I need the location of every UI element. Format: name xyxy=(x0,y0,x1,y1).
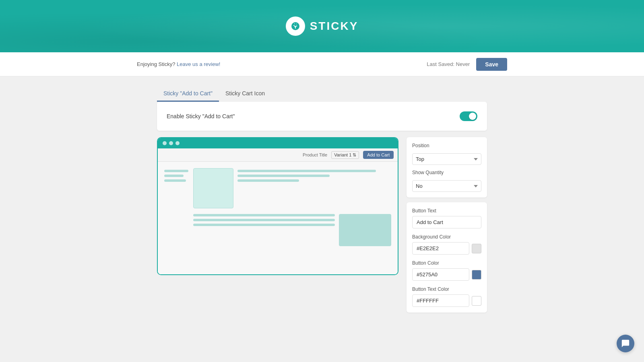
button-text-input[interactable] xyxy=(412,216,481,228)
text-line-1 xyxy=(193,214,335,216)
nav-variant-selector[interactable]: Variant 1 ⇅ xyxy=(331,151,359,159)
text-color-input[interactable] xyxy=(412,294,469,307)
content-row-2 xyxy=(193,214,391,246)
logo-icon xyxy=(286,16,305,36)
toolbar-right: Last Saved: Never Save xyxy=(427,58,507,71)
browser-titlebar xyxy=(158,138,398,148)
button-color-field: Button Color xyxy=(412,260,481,281)
browser-preview: Product Title Variant 1 ⇅ Add to Cart xyxy=(157,137,398,275)
text-line-2 xyxy=(193,219,335,221)
logo: STICKY xyxy=(286,16,359,36)
content-row-1 xyxy=(193,168,391,208)
tab-add-to-cart[interactable]: Sticky "Add to Cart" xyxy=(157,86,219,102)
tab-bar: Sticky "Add to Cart" Sticky Cart Icon xyxy=(157,86,487,102)
preview-settings-area: Product Title Variant 1 ⇅ Add to Cart xyxy=(157,137,487,313)
text-color-label: Button Text Color xyxy=(412,286,481,292)
text-lines-mock xyxy=(193,214,335,246)
button-color-row xyxy=(412,268,481,281)
enable-row: Enable Sticky "Add to Cart" xyxy=(167,111,477,121)
bg-color-label: Background Color xyxy=(412,234,481,240)
button-color-input[interactable] xyxy=(412,268,469,281)
detail-line-1 xyxy=(237,170,376,172)
browser-dot-1 xyxy=(163,141,167,145)
chat-button[interactable] xyxy=(617,335,634,352)
settings-panel: Position Top Bottom Show Quantity No Yes xyxy=(407,137,487,313)
save-button[interactable]: Save xyxy=(476,58,507,71)
position-quantity-group: Position Top Bottom Show Quantity No Yes xyxy=(407,137,487,197)
sidebar-line-1 xyxy=(164,170,188,172)
browser-dot-3 xyxy=(175,141,180,145)
detail-line-3 xyxy=(237,179,299,182)
last-saved-label: Last Saved: Never xyxy=(427,61,470,67)
sidebar-line-2 xyxy=(164,175,184,177)
detail-line-2 xyxy=(237,175,330,177)
bg-color-row xyxy=(412,242,481,255)
show-quantity-label: Show Quantity xyxy=(412,170,481,175)
main-content: Sticky "Add to Cart" Sticky Cart Icon En… xyxy=(157,76,487,322)
button-text-colors-group: Button Text Background Color Button Colo… xyxy=(407,202,487,313)
button-text-label: Button Text xyxy=(412,208,481,214)
enable-label: Enable Sticky "Add to Cart" xyxy=(167,113,235,119)
product-detail-mock xyxy=(237,168,391,208)
text-color-swatch[interactable] xyxy=(472,296,481,306)
promo-banner: Enjoying Sticky? Leave us a review! xyxy=(137,61,220,67)
position-select[interactable]: Top Bottom xyxy=(412,153,481,165)
product-image-mock xyxy=(193,168,233,208)
nav-product-title: Product Title xyxy=(303,152,327,157)
show-quantity-field: Show Quantity No Yes xyxy=(412,170,481,192)
bg-color-input[interactable] xyxy=(412,242,469,255)
toolbar: Enjoying Sticky? Leave us a review! Last… xyxy=(0,52,644,76)
promo-text: Enjoying Sticky? xyxy=(137,61,175,67)
tab-cart-icon[interactable]: Sticky Cart Icon xyxy=(219,86,271,102)
browser-body xyxy=(158,162,398,274)
content-mock xyxy=(193,168,391,268)
browser-dot-2 xyxy=(169,141,173,145)
enable-toggle[interactable] xyxy=(460,111,477,121)
bg-color-swatch[interactable] xyxy=(472,244,481,253)
nav-add-to-cart-button[interactable]: Add to Cart xyxy=(363,151,394,159)
sidebar-line-3 xyxy=(164,179,186,182)
text-color-field: Button Text Color xyxy=(412,286,481,307)
sidebar-mock xyxy=(164,168,188,268)
review-link[interactable]: Leave us a review! xyxy=(177,61,220,67)
position-label: Position xyxy=(412,143,481,148)
sticky-bar-preview: Product Title Variant 1 ⇅ Add to Cart xyxy=(158,148,398,162)
text-line-3 xyxy=(193,224,335,226)
enable-card: Enable Sticky "Add to Cart" xyxy=(157,102,487,131)
background-color-field: Background Color xyxy=(412,234,481,255)
button-color-swatch[interactable] xyxy=(472,270,481,280)
show-quantity-select[interactable]: No Yes xyxy=(412,180,481,192)
logo-text: STICKY xyxy=(310,20,359,33)
app-header: STICKY xyxy=(0,0,644,52)
position-field: Position Top Bottom xyxy=(412,143,481,165)
image-block-mock xyxy=(339,214,391,246)
text-color-row xyxy=(412,294,481,307)
button-color-label: Button Color xyxy=(412,260,481,266)
button-text-field: Button Text xyxy=(412,208,481,228)
